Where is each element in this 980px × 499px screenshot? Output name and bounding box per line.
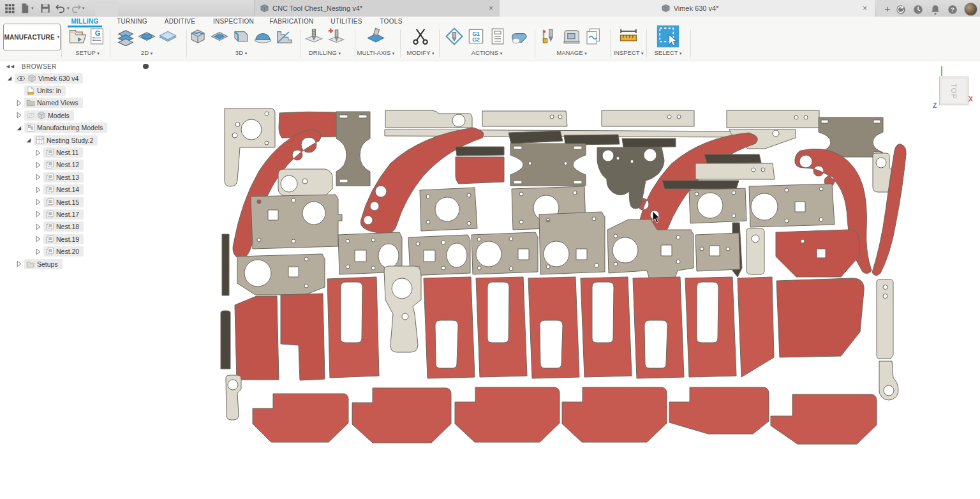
part-linkage-right[interactable] (879, 361, 898, 400)
help-icon[interactable]: ? (947, 4, 958, 15)
collapsed-arrow-icon[interactable] (34, 198, 42, 206)
3d-pocket-icon[interactable] (210, 27, 229, 46)
tree-item-named-views[interactable]: Named Views (0, 97, 154, 109)
3d-scallop-icon[interactable] (253, 27, 272, 46)
part-slab-6[interactable] (771, 394, 877, 444)
part-linkage-left[interactable] (226, 375, 241, 420)
part-plate-lower-left[interactable] (237, 254, 325, 295)
part-panel-5[interactable] (476, 277, 527, 377)
part-dark-strip-3[interactable] (622, 138, 676, 147)
group-dropdown-multi-axis[interactable]: MULTI-AXIS ▾ (357, 49, 395, 56)
tree-item-setups[interactable]: Setups (0, 258, 154, 270)
part-plate-small[interactable] (695, 233, 740, 271)
part-bowtie-vertical[interactable] (336, 112, 370, 186)
part-dark-strip-1[interactable] (509, 131, 563, 144)
collapsed-arrow-icon[interactable] (34, 173, 42, 181)
tree-item-nest-20[interactable]: Nest.20 (0, 245, 154, 257)
collapsed-arrow-icon[interactable] (34, 149, 42, 157)
2d-face-icon[interactable] (158, 27, 177, 46)
tree-item-nest-14[interactable]: Nest.14 (0, 184, 154, 196)
part-dark-vert-1[interactable] (222, 234, 229, 295)
group-dropdown-inspect[interactable]: INSPECT ▾ (613, 49, 643, 56)
part-panel-1[interactable] (235, 296, 279, 380)
part-strip-right[interactable] (695, 163, 775, 179)
tree-item-manufacturing-models[interactable]: Manufacturing Models (0, 122, 154, 134)
collapsed-arrow-icon[interactable] (34, 235, 42, 243)
tool-library-icon[interactable] (540, 27, 560, 46)
document-tab-vimek[interactable]: Vimek 630 v4* × (500, 0, 875, 17)
part-dark-strip-4[interactable] (456, 147, 504, 156)
tree-item-nest-19[interactable]: Nest.19 (0, 233, 154, 245)
part-slab-4[interactable] (562, 387, 667, 442)
group-dropdown-actions[interactable]: ACTIONS ▾ (471, 49, 502, 56)
collapsed-arrow-icon[interactable] (15, 260, 23, 268)
part-slab-1[interactable] (253, 394, 348, 442)
part-slab-2[interactable] (352, 388, 451, 443)
drill-deep-icon[interactable] (326, 27, 345, 46)
ribbon-tab-milling[interactable]: MILLING (71, 18, 98, 25)
group-dropdown-setup[interactable]: SETUP ▾ (75, 49, 100, 56)
measure-icon[interactable] (619, 27, 638, 46)
part-dark-strip-6[interactable] (662, 181, 739, 189)
workspace-selector[interactable]: MANUFACTURE ▾ (3, 24, 61, 50)
avatar[interactable] (964, 3, 977, 16)
part-pill-right-center[interactable] (746, 228, 764, 274)
part-rounded-plate[interactable] (278, 169, 332, 196)
eraser-icon[interactable] (510, 27, 529, 46)
gcode-document-icon[interactable]: G (87, 27, 107, 46)
tree-item-nest-12[interactable]: Nest.12 (0, 159, 154, 171)
part-plate-9[interactable] (689, 188, 746, 223)
part-dark-vert-2[interactable] (221, 311, 230, 369)
collapsed-arrow-icon[interactable] (34, 223, 42, 231)
undo-icon[interactable] (55, 3, 66, 14)
ribbon-tab-additive[interactable]: ADDITIVE (165, 18, 196, 25)
group-dropdown-modify[interactable]: MODIFY ▾ (407, 49, 434, 56)
2d-adaptive-icon[interactable] (116, 27, 135, 46)
expanded-arrow-icon[interactable] (24, 136, 33, 144)
part-red-rect[interactable] (456, 157, 504, 184)
part-panel-10[interactable] (738, 277, 774, 377)
part-strip-c[interactable] (727, 110, 819, 128)
group-dropdown-2d[interactable]: 2D ▾ (141, 49, 152, 56)
tree-item-nest-13[interactable]: Nest.13 (0, 171, 154, 183)
view-cube-face[interactable]: TOP (939, 77, 969, 105)
collapsed-arrow-icon[interactable] (34, 161, 42, 169)
display-mode-icon[interactable] (143, 64, 149, 69)
part-plate-4[interactable] (471, 232, 538, 274)
scissors-icon[interactable] (411, 27, 430, 46)
sync-icon[interactable] (895, 4, 907, 15)
3d-contour-icon[interactable] (232, 27, 251, 46)
part-plate-top[interactable] (385, 110, 472, 128)
chevron-down-icon[interactable]: ▾ (31, 6, 34, 11)
close-tab-icon[interactable]: × (489, 4, 493, 13)
group-dropdown-select[interactable]: SELECT ▾ (655, 49, 682, 56)
part-wrench[interactable] (384, 266, 421, 352)
templates-icon[interactable] (584, 27, 603, 46)
ribbon-tab-fabrication[interactable]: FABRICATION (269, 18, 313, 25)
apps-grid-icon[interactable] (4, 3, 15, 14)
ribbon-tab-utilities[interactable]: UTILITIES (330, 18, 362, 25)
tree-item-nest-17[interactable]: Nest.17 (0, 208, 154, 220)
tree-item-models[interactable]: Models (0, 109, 154, 121)
tree-item-nesting-study-2[interactable]: Nesting Study.2 (0, 134, 154, 146)
collapsed-arrow-icon[interactable] (34, 248, 42, 256)
part-panel-4[interactable] (424, 277, 475, 378)
collapsed-arrow-icon[interactable] (15, 111, 23, 119)
part-panel-6[interactable] (528, 277, 579, 378)
3d-adaptive-icon[interactable] (188, 27, 207, 46)
post-process-icon[interactable]: G1G2 (466, 27, 486, 46)
ribbon-tab-turning[interactable]: TURNING (117, 18, 147, 25)
collapse-panel-icon[interactable]: ◄◄ (5, 63, 14, 70)
chevron-down-icon[interactable]: ▾ (82, 6, 85, 11)
machine-library-icon[interactable] (562, 27, 581, 46)
part-strip-a[interactable] (482, 111, 567, 126)
setup-sheet-icon[interactable] (488, 27, 507, 46)
close-tab-icon[interactable]: × (863, 4, 867, 13)
document-tab-nesting[interactable]: CNC Tool Chest_Nesting v4* × (254, 0, 500, 17)
part-plate-10[interactable] (749, 184, 835, 227)
2d-pocket-icon[interactable] (137, 27, 156, 46)
chevron-down-icon[interactable]: ▾ (67, 6, 70, 11)
redo-icon[interactable] (70, 3, 82, 14)
tree-item-nest-18[interactable]: Nest.18 (0, 221, 154, 233)
part-hexagon[interactable] (776, 230, 860, 277)
